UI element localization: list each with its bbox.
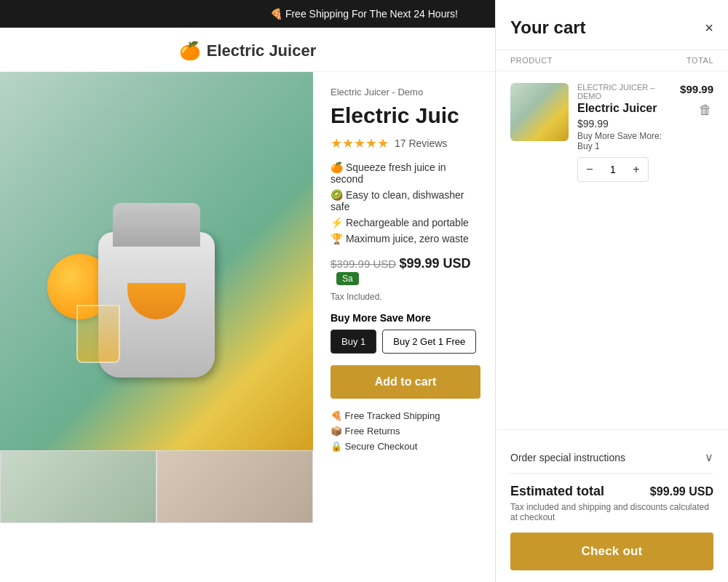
- logo-icon: 🍊: [179, 41, 201, 61]
- announcement-text: 🍕 Free Shipping For The Next 24 Hours!: [270, 8, 458, 20]
- star-rating: ★★★★★: [331, 135, 389, 151]
- store-logo: 🍊 Electric Juicer: [0, 41, 495, 61]
- add-to-cart-button[interactable]: Add to cart: [331, 365, 480, 399]
- cart-column-headers: PRODUCT TOTAL: [496, 50, 728, 71]
- col-header-product: PRODUCT: [510, 56, 553, 65]
- cart-items-list: ELECTRIC JUICER – DEMO Electric Juicer $…: [496, 71, 728, 429]
- feature-4: 🏆 Maximum juice, zero waste: [331, 233, 480, 244]
- thumbnail-row: [0, 450, 313, 523]
- special-instructions-toggle[interactable]: Order special instructions ∨: [510, 442, 713, 474]
- cart-item-brand: ELECTRIC JUICER – DEMO: [577, 83, 671, 100]
- chevron-down-icon: ∨: [705, 450, 713, 464]
- pricing: $399.99 USD $99.99 USD Sa: [331, 256, 480, 284]
- quantity-increase-button[interactable]: +: [625, 158, 648, 181]
- product-info: Electric Juicer - Demo Electric Juic ★★★…: [313, 72, 495, 581]
- thumbnail-2[interactable]: [157, 450, 313, 523]
- cart-item-price: $99.99: [577, 118, 671, 129]
- bundle-btn-1[interactable]: Buy 1: [331, 330, 376, 354]
- thumbnail-1[interactable]: [0, 450, 157, 523]
- close-cart-button[interactable]: ×: [705, 20, 713, 36]
- breadcrumb: Electric Juicer - Demo: [331, 87, 480, 97]
- cart-item-image-inner: [510, 83, 569, 141]
- cart-item-promo: Buy More Save More: Buy 1: [577, 131, 671, 151]
- cart-header: Your cart ×: [496, 0, 728, 50]
- quantity-decrease-button[interactable]: −: [578, 158, 601, 181]
- bundle-btn-2[interactable]: Buy 2 Get 1 Free: [382, 330, 476, 354]
- cart-panel: Your cart × PRODUCT TOTAL ELECTRIC JUICE…: [495, 0, 728, 582]
- estimated-total-amount: $99.99 USD: [650, 485, 713, 498]
- estimated-total-row: Estimated total $99.99 USD: [510, 484, 713, 499]
- juicer-cone: [127, 283, 186, 319]
- col-header-total: TOTAL: [687, 56, 713, 65]
- checkout-button[interactable]: Check out: [510, 533, 713, 570]
- quantity-value: 1: [601, 164, 625, 175]
- cart-item-right: $99.99 🗑: [680, 83, 713, 119]
- trust-badges: 🍕 Free Tracked Shipping 📦 Free Returns 🔒…: [331, 410, 480, 452]
- buy-more-label: Buy More Save More: [331, 312, 480, 324]
- product-layout: Electric Juicer - Demo Electric Juic ★★★…: [0, 72, 495, 581]
- review-count: 17 Reviews: [395, 137, 447, 149]
- original-price: $399.99 USD: [331, 258, 396, 270]
- cart-item-details: ELECTRIC JUICER – DEMO Electric Juicer $…: [577, 83, 671, 182]
- product-title: Electric Juic: [331, 103, 480, 128]
- sale-badge: Sa: [336, 272, 359, 285]
- store-header: 🍊 Electric Juicer: [0, 28, 495, 72]
- sale-price: $99.99 USD: [400, 256, 471, 271]
- juicer-visual: [62, 145, 251, 378]
- juicer-top: [113, 203, 200, 247]
- cart-item: ELECTRIC JUICER – DEMO Electric Juicer $…: [510, 83, 713, 182]
- special-instructions-label: Order special instructions: [510, 452, 625, 463]
- cart-item-image: [510, 83, 569, 141]
- feature-3: ⚡ Rechargeable and portable: [331, 217, 480, 228]
- delete-item-button[interactable]: 🗑: [697, 101, 713, 119]
- feature-1: 🍊 Squeeze fresh juice in second: [331, 162, 480, 185]
- estimated-total-note: Tax included and shipping and discounts …: [510, 502, 713, 522]
- stars-row: ★★★★★ 17 Reviews: [331, 135, 480, 151]
- cart-item-name: Electric Juicer: [577, 102, 671, 115]
- trust-item-returns: 📦 Free Returns: [331, 426, 480, 436]
- main-product-image: [0, 72, 313, 450]
- estimated-total-label: Estimated total: [510, 484, 604, 499]
- store-name: Electric Juicer: [207, 41, 316, 60]
- juice-glass: [76, 305, 120, 363]
- tax-note: Tax Included.: [331, 292, 480, 302]
- bundle-buttons: Buy 1 Buy 2 Get 1 Free: [331, 330, 480, 354]
- cart-title: Your cart: [510, 17, 586, 38]
- trust-item-checkout: 🔒 Secure Checkout: [331, 441, 480, 452]
- product-page: 🍊 Electric Juicer: [0, 28, 495, 582]
- cart-footer: Order special instructions ∨ Estimated t…: [496, 429, 728, 582]
- quantity-controls: − 1 +: [577, 157, 649, 182]
- cart-item-total: $99.99: [680, 83, 713, 95]
- feature-2: 🥝 Easy to clean, dishwasher safe: [331, 189, 480, 212]
- features-list: 🍊 Squeeze fresh juice in second 🥝 Easy t…: [331, 162, 480, 244]
- trust-item-shipping: 🍕 Free Tracked Shipping: [331, 410, 480, 421]
- product-images: [0, 72, 313, 581]
